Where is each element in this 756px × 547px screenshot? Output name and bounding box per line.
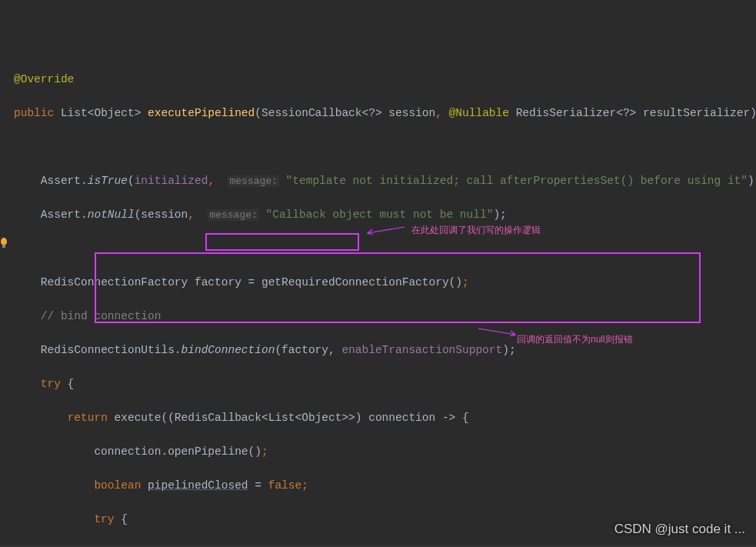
svg-point-2 — [1, 238, 7, 245]
watermark: CSDN @just code it ... — [614, 521, 745, 538]
code-line: boolean pipelinedClosed = false; — [0, 477, 756, 494]
svg-line-1 — [478, 329, 515, 335]
svg-line-0 — [368, 227, 405, 233]
code-line — [0, 240, 756, 257]
param-hint: message: — [208, 209, 258, 221]
annotation-override: @Override — [14, 73, 74, 85]
annotation-text-2: 回调的返回值不为null则报错 — [517, 331, 633, 348]
code-line — [0, 138, 756, 155]
code-line: try { — [0, 375, 756, 392]
annotation-text-1: 在此处回调了我们写的操作逻辑 — [411, 222, 541, 238]
code-line: Assert.isTrue(initialized, message: "tem… — [0, 172, 756, 189]
code-line: RedisConnectionFactory factory = getRequ… — [0, 274, 756, 291]
code-line: public List<Object> executePipelined(Ses… — [0, 105, 756, 122]
code-line: Assert.notNull(session, message: "Callba… — [0, 206, 756, 223]
code-line: return execute((RedisCallback<List<Objec… — [0, 409, 756, 426]
svg-rect-3 — [2, 245, 5, 248]
code-line: // bind connection — [0, 308, 756, 325]
code-line: @Override — [0, 71, 756, 88]
code-line: connection.openPipeline(); — [0, 443, 756, 460]
lightbulb-icon[interactable] — [0, 238, 8, 248]
arrow-icon — [475, 327, 518, 336]
arrow-icon — [365, 225, 408, 235]
code-line: RedisConnectionUtils.bindConnection(fact… — [0, 342, 756, 359]
param-hint: message: — [228, 175, 278, 187]
